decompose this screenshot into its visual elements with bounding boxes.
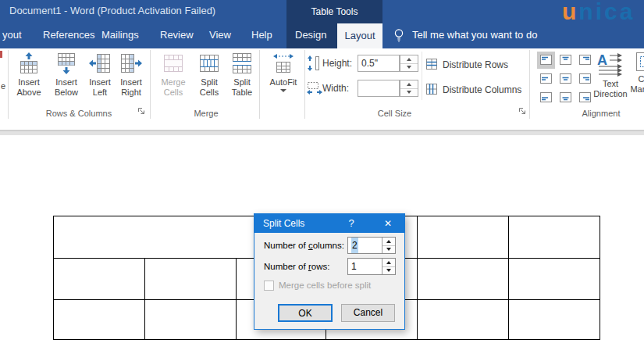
align-center-right-icon bbox=[579, 73, 591, 85]
insert-below-label: Insert Below bbox=[48, 77, 84, 98]
text-direction-button[interactable]: A Text Direction bbox=[591, 51, 630, 101]
width-spin-down[interactable] bbox=[400, 89, 418, 97]
distribute-rows-button[interactable]: Distribute Rows bbox=[425, 56, 508, 73]
height-spinner bbox=[400, 55, 418, 72]
insert-right-icon bbox=[119, 52, 143, 77]
table-cell[interactable] bbox=[418, 259, 509, 300]
align-center-button[interactable] bbox=[557, 70, 575, 88]
split-cells-icon bbox=[197, 52, 221, 77]
insert-right-label: Insert Right bbox=[116, 77, 147, 98]
tell-me-input[interactable]: Tell me what you want to do bbox=[412, 22, 537, 48]
distribute-columns-button[interactable]: Distribute Columns bbox=[425, 81, 521, 98]
tab-references[interactable]: References bbox=[43, 22, 94, 48]
cell-margins-label: Cell Margins bbox=[628, 74, 644, 95]
cell-margins-button[interactable]: Cell Margins bbox=[628, 51, 644, 101]
number-of-columns-field[interactable]: 2 bbox=[347, 237, 396, 254]
table-cell[interactable] bbox=[509, 300, 600, 340]
cell-size-group-label: Cell Size bbox=[260, 108, 529, 119]
merge-cells-button: Merge Cells bbox=[155, 51, 192, 101]
spin-down-icon bbox=[407, 91, 411, 94]
split-cells-button[interactable]: Split Cells bbox=[194, 51, 225, 101]
height-spin-down[interactable] bbox=[400, 64, 418, 72]
dialog-help-button[interactable]: ? bbox=[343, 214, 359, 233]
align-center-left-button[interactable] bbox=[537, 70, 555, 88]
insert-left-button[interactable]: Insert Left bbox=[85, 51, 115, 101]
distribute-columns-icon bbox=[425, 83, 438, 98]
autofit-dropdown-caret-icon bbox=[280, 89, 286, 92]
tab-layout-cutoff[interactable]: yout bbox=[2, 22, 22, 48]
tab-layout-label: Layout bbox=[344, 30, 375, 41]
align-top-right-icon bbox=[579, 55, 591, 66]
alignment-group-label: Alignment bbox=[532, 108, 644, 119]
align-bottom-center-button[interactable] bbox=[557, 89, 575, 106]
align-center-icon bbox=[560, 73, 571, 85]
cancel-button[interactable]: Cancel bbox=[341, 304, 395, 322]
insert-above-button[interactable]: Insert Above bbox=[11, 51, 47, 101]
rows-columns-group-label: Rows & Columns bbox=[8, 108, 150, 119]
table-cell[interactable] bbox=[54, 300, 145, 340]
insert-below-button[interactable]: Insert Below bbox=[48, 51, 84, 101]
spin-up-icon bbox=[386, 261, 391, 264]
width-spin-up[interactable] bbox=[400, 80, 418, 89]
rows-columns-dialog-launcher[interactable] bbox=[137, 107, 147, 116]
align-top-center-icon bbox=[560, 55, 571, 66]
spin-down-icon bbox=[407, 66, 411, 69]
dialog-title-bar[interactable]: Split Cells ? ✕ bbox=[254, 214, 404, 233]
ribbon-tab-bar: yout References Mailings Review View Hel… bbox=[0, 22, 644, 48]
number-of-rows-label: Number of rows: bbox=[264, 258, 329, 275]
tab-layout-active[interactable]: Layout bbox=[337, 23, 382, 48]
tab-help[interactable]: Help bbox=[251, 22, 272, 48]
table-cell[interactable] bbox=[54, 259, 145, 300]
dialog-close-button[interactable]: ✕ bbox=[378, 214, 398, 233]
split-cells-dialog: Split Cells ? ✕ Number of columns: 2 Num… bbox=[254, 213, 405, 330]
ok-button[interactable]: OK bbox=[278, 304, 333, 322]
logo-letter-u: u bbox=[562, 0, 578, 24]
table-cell[interactable] bbox=[418, 216, 509, 259]
insert-above-icon bbox=[17, 52, 41, 77]
split-table-button[interactable]: Split Table bbox=[226, 51, 258, 101]
tab-view[interactable]: View bbox=[209, 22, 231, 48]
align-bottom-left-icon bbox=[540, 92, 552, 104]
cell-size-dialog-launcher[interactable] bbox=[518, 107, 528, 116]
columns-spin-up[interactable] bbox=[382, 238, 395, 246]
spin-down-icon bbox=[386, 269, 391, 272]
table-cell[interactable] bbox=[145, 300, 237, 340]
rows-value: 1 bbox=[351, 259, 357, 274]
autofit-label: AutoFit bbox=[270, 77, 297, 88]
table-cell[interactable] bbox=[509, 216, 600, 259]
number-of-rows-field[interactable]: 1 bbox=[347, 258, 396, 275]
height-field[interactable]: 0.5" bbox=[358, 55, 400, 72]
title-bar: Document1 - Word (Product Activation Fai… bbox=[0, 0, 644, 22]
align-center-left-icon bbox=[540, 73, 552, 85]
label-text: Number of bbox=[264, 241, 308, 250]
columns-spin-down[interactable] bbox=[382, 246, 395, 254]
text-direction-icon: A bbox=[596, 52, 624, 78]
merge-group-label: Merge bbox=[153, 108, 259, 119]
insert-right-button[interactable]: Insert Right bbox=[116, 51, 147, 101]
width-field[interactable] bbox=[358, 80, 400, 97]
align-bottom-left-button[interactable] bbox=[537, 89, 555, 106]
rows-spin-up[interactable] bbox=[382, 259, 395, 267]
rows-spin-down[interactable] bbox=[382, 267, 395, 275]
tab-design[interactable]: Design bbox=[295, 22, 326, 48]
tab-mailings[interactable]: Mailings bbox=[101, 22, 139, 48]
split-table-label: Split Table bbox=[226, 77, 258, 98]
align-top-left-button[interactable] bbox=[537, 52, 555, 69]
distribute-rows-label: Distribute Rows bbox=[443, 59, 508, 70]
tab-review[interactable]: Review bbox=[160, 22, 194, 48]
split-cells-label: Split Cells bbox=[194, 77, 225, 98]
group-separator bbox=[422, 52, 422, 100]
spin-up-icon bbox=[407, 83, 411, 86]
table-tools-label: Table Tools bbox=[311, 6, 358, 17]
autofit-button[interactable]: AutoFit bbox=[265, 51, 302, 101]
merge-cells-before-split-label: Merge cells before split bbox=[279, 279, 371, 291]
insert-left-label: Insert Left bbox=[85, 77, 115, 98]
align-top-center-button[interactable] bbox=[557, 52, 575, 69]
height-spin-up[interactable] bbox=[400, 55, 418, 64]
table-cell[interactable] bbox=[509, 259, 600, 300]
table-cell[interactable] bbox=[418, 300, 509, 340]
table-cell[interactable] bbox=[145, 259, 237, 300]
distribute-columns-label: Distribute Columns bbox=[443, 84, 521, 95]
number-of-columns-label: Number of columns: bbox=[264, 237, 344, 254]
delete-button-cutoff-label[interactable]: e bbox=[1, 81, 5, 91]
